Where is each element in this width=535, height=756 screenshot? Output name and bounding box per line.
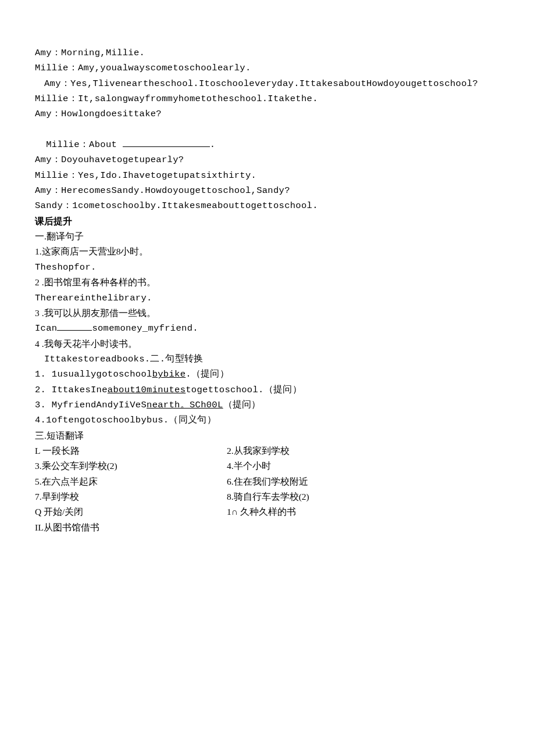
phrase-item	[227, 520, 500, 535]
dialogue-line: Sandy：1cometoschoolby.Ittakesmeabouttoge…	[35, 198, 500, 213]
answer-line: Icansomemoney_myfriend.	[35, 321, 500, 336]
question: 1. 1usuallygotoschoolbybike.（提问）	[35, 367, 500, 382]
underlined-text: nearth。SCh00L	[147, 400, 223, 410]
dialogue-line: Millie：Amy,youalwayscometoschoolearly.	[35, 60, 500, 76]
dialogue-line: Millie：Yes,Ido.Ihavetogetupatsixthirty.	[35, 168, 500, 183]
question-text: 2. IttakesIne	[35, 385, 108, 395]
dialogue-line: Amy：Morning,Millie.	[35, 45, 500, 60]
phrase-item: 8.骑自行车去学校(2)	[227, 489, 500, 504]
phrase-item: 1∩ 久种久样的书	[227, 504, 500, 519]
question: 1.这家商店一天营业8小时。	[35, 244, 500, 259]
phrase-item: 7.早到学校	[35, 489, 227, 504]
phrase-item: 5.在六点半起床	[35, 474, 227, 489]
question: 4 .我每天花半小时读书。	[35, 336, 500, 352]
question: 2 .图书馆里有各种各样的书。	[35, 275, 500, 290]
section-heading-phrase: 三.短语翻译	[35, 428, 500, 443]
question-text: .（提问）	[186, 369, 229, 379]
phrase-row: 3.乘公交车到学校(2) 4.半个小时	[35, 458, 500, 474]
answer-line: Ittakestoreadbooks.二.句型转换	[35, 352, 500, 367]
question-text: 3. MyfriendAndyIiVeS	[35, 400, 147, 410]
fill-blank	[123, 138, 210, 148]
answer-line: Theshopfor.	[35, 260, 500, 275]
dialogue-line: Millie：It,salongwayfrommyhometotheschool…	[35, 91, 500, 106]
phrase-row: L 一段长路 2.从我家到学校	[35, 443, 500, 458]
phrase-row: Q 开始/关闭 1∩ 久种久样的书	[35, 504, 500, 519]
answer-text: somemoney_myfriend.	[92, 323, 198, 334]
phrase-item: 3.乘公交车到学校(2)	[35, 458, 227, 474]
phrase-item: Q 开始/关闭	[35, 504, 227, 519]
dialogue-line: Millie：About .	[35, 122, 500, 153]
phrase-item: 4.半个小时	[227, 458, 500, 474]
underlined-text: bybike	[152, 369, 186, 379]
phrase-row: 5.在六点半起床 6.住在我们学校附近	[35, 474, 500, 489]
question: 2. IttakesIneabout10minutestogettoschool…	[35, 382, 500, 397]
fill-blank	[57, 321, 92, 331]
question-text: 1. 1usuallygotoschool	[35, 369, 152, 379]
phrase-item: 2.从我家到学校	[227, 443, 500, 458]
section-heading-translate: 一.翻译句子	[35, 229, 500, 244]
dialogue-line: Amy：HerecomesSandy.Howdoyougettoschool,S…	[35, 183, 500, 198]
dialogue-line: Amy：Yes,Tliveneartheschool.Itoschoolever…	[35, 76, 500, 91]
phrase-item: IL从图书馆借书	[35, 520, 227, 535]
question-text: togettoschool.（提问）	[186, 385, 302, 395]
dialogue-line: Amy：Doyouhavetogetupearly?	[35, 152, 500, 167]
phrase-row: 7.早到学校 8.骑自行车去学校(2)	[35, 489, 500, 504]
phrase-item: L 一段长路	[35, 443, 227, 458]
answer-text: Ican	[35, 323, 57, 334]
dialogue-text: .	[210, 139, 216, 150]
section-heading-after: 课后提升	[35, 214, 500, 229]
dialogue-text: Millie：About	[46, 139, 123, 150]
question-text: （提问）	[223, 400, 261, 410]
question: 3 .我可以从朋友那借一些钱。	[35, 306, 500, 321]
dialogue-line: Amy：Howlongdoesittake?	[35, 106, 500, 121]
answer-line: Thereareinthelibrary.	[35, 291, 500, 306]
underlined-text: about10minutes	[108, 385, 186, 395]
question: 4.1oftengotoschoolbybus.（同义句）	[35, 413, 500, 428]
question: 3. MyfriendAndyIiVeSnearth。SCh00L（提问）	[35, 397, 500, 413]
phrase-row: IL从图书馆借书	[35, 520, 500, 535]
phrase-item: 6.住在我们学校附近	[227, 474, 500, 489]
